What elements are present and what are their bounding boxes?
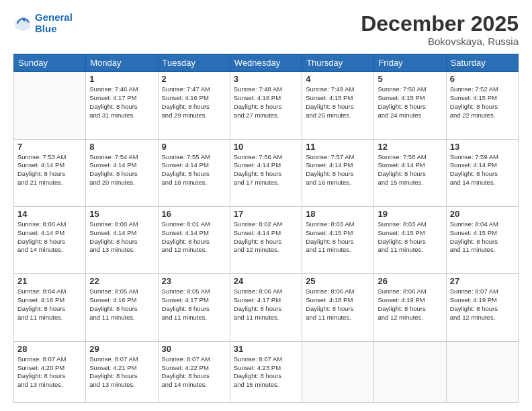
day-number: 18 <box>306 209 370 219</box>
calendar-week-row: 1Sunrise: 7:46 AM Sunset: 4:17 PM Daylig… <box>14 72 519 139</box>
table-row: 12Sunrise: 7:58 AM Sunset: 4:14 PM Dayli… <box>374 139 446 206</box>
day-number: 23 <box>162 276 226 286</box>
header-tuesday: Tuesday <box>158 54 230 72</box>
day-info: Sunrise: 8:00 AM Sunset: 4:14 PM Dayligh… <box>89 220 154 255</box>
day-info: Sunrise: 8:05 AM Sunset: 4:16 PM Dayligh… <box>89 287 154 322</box>
day-info: Sunrise: 8:05 AM Sunset: 4:17 PM Dayligh… <box>162 287 226 322</box>
day-info: Sunrise: 7:49 AM Sunset: 4:15 PM Dayligh… <box>306 85 370 120</box>
day-info: Sunrise: 8:00 AM Sunset: 4:14 PM Dayligh… <box>17 220 82 255</box>
day-number: 8 <box>89 142 154 152</box>
table-row: 5Sunrise: 7:50 AM Sunset: 4:15 PM Daylig… <box>374 72 446 139</box>
day-number: 16 <box>162 209 226 219</box>
table-row: 21Sunrise: 8:04 AM Sunset: 4:16 PM Dayli… <box>14 274 86 341</box>
day-number: 24 <box>234 276 298 286</box>
logo-text: General Blue <box>35 12 73 34</box>
day-number: 7 <box>17 142 82 152</box>
day-number: 5 <box>378 74 442 84</box>
day-info: Sunrise: 8:07 AM Sunset: 4:22 PM Dayligh… <box>162 355 226 390</box>
calendar-week-row: 21Sunrise: 8:04 AM Sunset: 4:16 PM Dayli… <box>14 274 519 341</box>
day-info: Sunrise: 8:07 AM Sunset: 4:20 PM Dayligh… <box>17 355 82 390</box>
table-row: 2Sunrise: 7:47 AM Sunset: 4:16 PM Daylig… <box>158 72 230 139</box>
table-row: 31Sunrise: 8:07 AM Sunset: 4:23 PM Dayli… <box>230 341 302 402</box>
day-number: 3 <box>234 74 298 84</box>
day-number: 6 <box>450 74 515 84</box>
day-info: Sunrise: 8:07 AM Sunset: 4:23 PM Dayligh… <box>234 355 298 390</box>
day-info: Sunrise: 7:48 AM Sunset: 4:16 PM Dayligh… <box>234 85 298 120</box>
day-info: Sunrise: 8:03 AM Sunset: 4:15 PM Dayligh… <box>378 220 442 255</box>
day-info: Sunrise: 7:57 AM Sunset: 4:14 PM Dayligh… <box>306 153 370 187</box>
day-info: Sunrise: 7:54 AM Sunset: 4:14 PM Dayligh… <box>89 153 154 187</box>
day-number: 21 <box>17 276 82 286</box>
logo-icon <box>13 14 32 33</box>
table-row: 18Sunrise: 8:03 AM Sunset: 4:15 PM Dayli… <box>302 206 374 273</box>
day-info: Sunrise: 7:58 AM Sunset: 4:14 PM Dayligh… <box>378 153 442 187</box>
table-row: 3Sunrise: 7:48 AM Sunset: 4:16 PM Daylig… <box>230 72 302 139</box>
day-number: 4 <box>306 74 370 84</box>
calendar-header-row: Sunday Monday Tuesday Wednesday Thursday… <box>14 54 519 72</box>
table-row: 15Sunrise: 8:00 AM Sunset: 4:14 PM Dayli… <box>86 206 158 273</box>
day-number: 26 <box>378 276 442 286</box>
header-friday: Friday <box>374 54 446 72</box>
calendar-week-row: 28Sunrise: 8:07 AM Sunset: 4:20 PM Dayli… <box>14 341 519 402</box>
table-row: 11Sunrise: 7:57 AM Sunset: 4:14 PM Dayli… <box>302 139 374 206</box>
day-info: Sunrise: 7:46 AM Sunset: 4:17 PM Dayligh… <box>89 85 154 120</box>
day-number: 22 <box>89 276 154 286</box>
header-wednesday: Wednesday <box>230 54 302 72</box>
table-row: 27Sunrise: 8:07 AM Sunset: 4:19 PM Dayli… <box>446 274 518 341</box>
table-row: 22Sunrise: 8:05 AM Sunset: 4:16 PM Dayli… <box>86 274 158 341</box>
day-number: 19 <box>378 209 442 219</box>
day-number: 15 <box>89 209 154 219</box>
table-row: 26Sunrise: 8:06 AM Sunset: 4:19 PM Dayli… <box>374 274 446 341</box>
day-number: 17 <box>234 209 298 219</box>
table-row <box>302 341 374 402</box>
header-thursday: Thursday <box>302 54 374 72</box>
logo-line1: General <box>35 11 73 23</box>
day-info: Sunrise: 7:56 AM Sunset: 4:14 PM Dayligh… <box>234 153 298 187</box>
logo: General Blue <box>13 12 73 34</box>
day-info: Sunrise: 8:01 AM Sunset: 4:14 PM Dayligh… <box>162 220 226 255</box>
table-row: 8Sunrise: 7:54 AM Sunset: 4:14 PM Daylig… <box>86 139 158 206</box>
calendar-week-row: 14Sunrise: 8:00 AM Sunset: 4:14 PM Dayli… <box>14 206 519 273</box>
day-info: Sunrise: 8:06 AM Sunset: 4:17 PM Dayligh… <box>234 287 298 322</box>
table-row: 28Sunrise: 8:07 AM Sunset: 4:20 PM Dayli… <box>14 341 86 402</box>
page: General Blue December 2025 Bokovskaya, R… <box>0 0 532 411</box>
day-info: Sunrise: 8:04 AM Sunset: 4:15 PM Dayligh… <box>450 220 515 255</box>
day-info: Sunrise: 8:07 AM Sunset: 4:19 PM Dayligh… <box>450 287 515 322</box>
day-number: 1 <box>89 74 154 84</box>
table-row: 14Sunrise: 8:00 AM Sunset: 4:14 PM Dayli… <box>14 206 86 273</box>
day-number: 27 <box>450 276 515 286</box>
day-info: Sunrise: 7:53 AM Sunset: 4:14 PM Dayligh… <box>17 153 82 187</box>
header: General Blue December 2025 Bokovskaya, R… <box>13 12 519 47</box>
calendar-table: Sunday Monday Tuesday Wednesday Thursday… <box>13 54 519 403</box>
day-info: Sunrise: 8:06 AM Sunset: 4:18 PM Dayligh… <box>306 287 370 322</box>
day-number: 13 <box>450 142 515 152</box>
day-info: Sunrise: 8:03 AM Sunset: 4:15 PM Dayligh… <box>306 220 370 255</box>
table-row: 23Sunrise: 8:05 AM Sunset: 4:17 PM Dayli… <box>158 274 230 341</box>
table-row: 1Sunrise: 7:46 AM Sunset: 4:17 PM Daylig… <box>86 72 158 139</box>
day-number: 2 <box>162 74 226 84</box>
table-row: 20Sunrise: 8:04 AM Sunset: 4:15 PM Dayli… <box>446 206 518 273</box>
table-row: 19Sunrise: 8:03 AM Sunset: 4:15 PM Dayli… <box>374 206 446 273</box>
table-row: 13Sunrise: 7:59 AM Sunset: 4:14 PM Dayli… <box>446 139 518 206</box>
day-info: Sunrise: 8:04 AM Sunset: 4:16 PM Dayligh… <box>17 287 82 322</box>
table-row: 4Sunrise: 7:49 AM Sunset: 4:15 PM Daylig… <box>302 72 374 139</box>
location: Bokovskaya, Russia <box>361 36 519 47</box>
table-row: 17Sunrise: 8:02 AM Sunset: 4:14 PM Dayli… <box>230 206 302 273</box>
table-row: 16Sunrise: 8:01 AM Sunset: 4:14 PM Dayli… <box>158 206 230 273</box>
table-row <box>446 341 518 402</box>
day-number: 29 <box>89 344 154 354</box>
table-row: 29Sunrise: 8:07 AM Sunset: 4:21 PM Dayli… <box>86 341 158 402</box>
header-saturday: Saturday <box>446 54 518 72</box>
day-number: 14 <box>17 209 82 219</box>
day-info: Sunrise: 7:50 AM Sunset: 4:15 PM Dayligh… <box>378 85 442 120</box>
calendar-week-row: 7Sunrise: 7:53 AM Sunset: 4:14 PM Daylig… <box>14 139 519 206</box>
day-number: 28 <box>17 344 82 354</box>
day-info: Sunrise: 7:55 AM Sunset: 4:14 PM Dayligh… <box>162 153 226 187</box>
day-info: Sunrise: 7:47 AM Sunset: 4:16 PM Dayligh… <box>162 85 226 120</box>
table-row: 6Sunrise: 7:52 AM Sunset: 4:15 PM Daylig… <box>446 72 518 139</box>
table-row: 10Sunrise: 7:56 AM Sunset: 4:14 PM Dayli… <box>230 139 302 206</box>
day-number: 31 <box>234 344 298 354</box>
day-number: 9 <box>162 142 226 152</box>
table-row: 30Sunrise: 8:07 AM Sunset: 4:22 PM Dayli… <box>158 341 230 402</box>
day-info: Sunrise: 8:06 AM Sunset: 4:19 PM Dayligh… <box>378 287 442 322</box>
